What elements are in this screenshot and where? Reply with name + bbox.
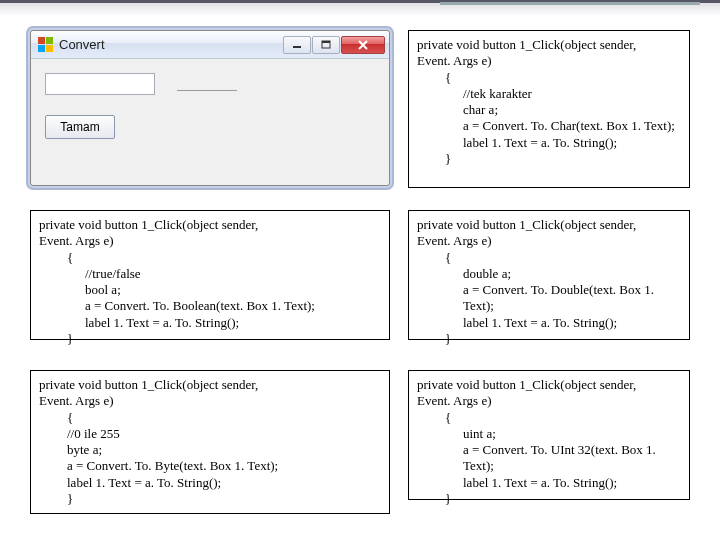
titlebar: Convert (31, 31, 389, 59)
close-button[interactable] (341, 36, 385, 54)
code-line: //0 ile 255 (39, 426, 381, 442)
code-snippet-uint: private void button 1_Click(object sende… (408, 370, 690, 500)
code-line: label 1. Text = a. To. String(); (417, 475, 681, 491)
slide-top-border (0, 0, 720, 16)
maximize-button[interactable] (312, 36, 340, 54)
maximize-icon (321, 40, 331, 50)
code-line: a = Convert. To. Byte(text. Box 1. Text)… (39, 458, 381, 474)
code-line: label 1. Text = a. To. String(); (417, 135, 681, 151)
code-line: { (417, 250, 681, 266)
input-row (45, 73, 375, 95)
code-line: a = Convert. To. UInt 32(text. Box 1. Te… (417, 442, 681, 475)
code-line: a = Convert. To. Double(text. Box 1. Tex… (417, 282, 681, 315)
code-line: //tek karakter (417, 86, 681, 102)
code-line: label 1. Text = a. To. String(); (417, 315, 681, 331)
code-snippet-byte: private void button 1_Click(object sende… (30, 370, 390, 514)
code-line: Event. Args e) (39, 233, 381, 249)
label1 (177, 77, 237, 91)
textbox1[interactable] (45, 73, 155, 95)
code-line: Event. Args e) (39, 393, 381, 409)
code-line: } (417, 491, 681, 507)
code-line: private void button 1_Click(object sende… (39, 377, 381, 393)
code-line: char a; (417, 102, 681, 118)
app-window: Convert Tamam (30, 30, 390, 186)
code-line: { (39, 250, 381, 266)
code-line: } (39, 331, 381, 347)
code-line: private void button 1_Click(object sende… (417, 377, 681, 393)
app-logo-icon (37, 37, 53, 53)
code-line: //true/false (39, 266, 381, 282)
code-line: } (417, 331, 681, 347)
window-title: Convert (59, 37, 277, 52)
code-line: Event. Args e) (417, 393, 681, 409)
code-line: label 1. Text = a. To. String(); (39, 315, 381, 331)
minimize-button[interactable] (283, 36, 311, 54)
code-line: uint a; (417, 426, 681, 442)
code-line: } (417, 151, 681, 167)
code-line: private void button 1_Click(object sende… (39, 217, 381, 233)
code-line: } (39, 491, 381, 507)
tamam-button[interactable]: Tamam (45, 115, 115, 139)
window-controls (283, 36, 385, 54)
code-snippet-char: private void button 1_Click(object sende… (408, 30, 690, 188)
code-line: label 1. Text = a. To. String(); (39, 475, 381, 491)
code-line: Event. Args e) (417, 233, 681, 249)
code-line: Event. Args e) (417, 53, 681, 69)
code-line: { (417, 70, 681, 86)
minimize-icon (292, 41, 302, 49)
code-line: double a; (417, 266, 681, 282)
code-snippet-bool: private void button 1_Click(object sende… (30, 210, 390, 340)
close-icon (358, 40, 368, 50)
code-line: { (39, 410, 381, 426)
code-line: a = Convert. To. Boolean(text. Box 1. Te… (39, 298, 381, 314)
tamam-button-label: Tamam (60, 120, 99, 134)
code-line: a = Convert. To. Char(text. Box 1. Text)… (417, 118, 681, 134)
code-line: bool a; (39, 282, 381, 298)
window-client-area: Tamam (31, 59, 389, 153)
code-line: byte a; (39, 442, 381, 458)
code-snippet-double: private void button 1_Click(object sende… (408, 210, 690, 340)
code-line: private void button 1_Click(object sende… (417, 37, 681, 53)
code-line: { (417, 410, 681, 426)
code-line: private void button 1_Click(object sende… (417, 217, 681, 233)
